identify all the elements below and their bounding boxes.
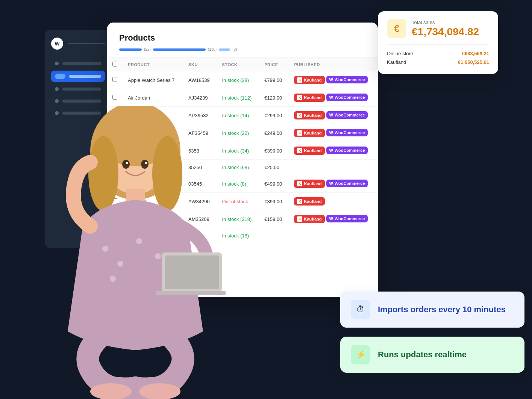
woocommerce-badge: W WooCommerce — [326, 94, 368, 101]
sales-amount: €1,734,094.82 — [412, 26, 479, 38]
clock-icon: ⏱ — [356, 305, 365, 314]
cell-published: K KauflandW WooCommerce — [289, 175, 378, 193]
panel-header: Products (22) (136) (3) — [107, 23, 378, 58]
sales-divider — [387, 44, 489, 45]
col-stock: STOCK — [217, 58, 259, 71]
cell-published: K KauflandW WooCommerce — [289, 210, 378, 228]
panel-title: Products — [119, 33, 366, 43]
svg-point-9 — [155, 253, 161, 259]
channel-name-2: Kaufland — [387, 59, 406, 65]
cell-product: Apple Watch Series 7 — [123, 71, 183, 89]
progress-label-2: (136) — [208, 47, 217, 51]
svg-point-3 — [88, 136, 118, 211]
col-published: PUBLISHED — [289, 58, 378, 71]
svg-point-10 — [110, 276, 116, 282]
person-illustration — [38, 106, 233, 399]
progress-bar-1 — [119, 48, 142, 51]
row-checkbox[interactable] — [112, 95, 117, 100]
sidebar-dot-4 — [55, 99, 59, 103]
sidebar-item-2[interactable] — [51, 71, 105, 82]
sidebar-item-3[interactable] — [51, 84, 105, 94]
woocommerce-badge: W WooCommerce — [326, 111, 368, 119]
sidebar-dot-3 — [55, 87, 59, 91]
select-all-checkbox[interactable] — [112, 62, 117, 66]
progress-bar-3 — [219, 48, 230, 51]
sidebar-item-1[interactable] — [51, 59, 105, 68]
cell-price: €129.00 — [259, 89, 289, 107]
updates-icon-box: ⚡ — [351, 345, 370, 364]
sidebar-label-4 — [62, 100, 101, 103]
kaufland-badge: K Kaufland — [294, 197, 324, 206]
channel-amount-1: €683,569.21 — [462, 51, 489, 56]
cell-published — [289, 228, 378, 243]
sales-channel-row-1: Online store €683,569.21 — [387, 49, 489, 58]
cell-published: K KauflandW WooCommerce — [289, 89, 378, 107]
person-svg — [45, 106, 226, 399]
cell-published: K Kaufland — [289, 193, 378, 210]
wp-logo-icon: W — [51, 38, 63, 50]
table-row: Air JordanAJ34239In stock (112)€129.00K … — [107, 89, 378, 107]
wp-logo: W — [51, 38, 105, 50]
woocommerce-badge: W WooCommerce — [326, 215, 368, 222]
bolt-icon: ⚡ — [356, 350, 366, 360]
sales-card: € Total sales €1,734,094.82 Online store… — [378, 11, 498, 74]
progress-bar-2 — [153, 48, 206, 51]
channel-name-1: Online store — [387, 51, 413, 56]
table-row: Apple Watch Series 7AW18539In stock (28)… — [107, 71, 378, 89]
cell-price: €299.00 — [259, 107, 289, 124]
woocommerce-badge: W WooCommerce — [326, 129, 368, 136]
sidebar-label-1 — [62, 62, 101, 65]
imports-card: ⏱ Imports orders every 10 minutes — [340, 292, 524, 328]
updates-card: ⚡ Runs updates realtime — [340, 337, 524, 373]
sales-label: Total sales — [412, 20, 479, 25]
svg-point-17 — [139, 383, 180, 399]
cell-price: €25.00 — [259, 160, 289, 175]
euro-symbol: € — [394, 23, 399, 35]
col-sku: SKU — [183, 58, 217, 71]
channel-amount-2: €1,050,525.61 — [458, 59, 489, 65]
sidebar-dot-1 — [55, 62, 59, 65]
woocommerce-badge: W WooCommerce — [326, 76, 368, 83]
progress-label-3: (3) — [232, 47, 237, 51]
col-checkbox — [107, 58, 123, 71]
svg-point-18 — [122, 160, 130, 169]
cell-price: €159.00 — [259, 210, 289, 228]
sales-card-header: € Total sales €1,734,094.82 — [387, 19, 489, 38]
cell-sku: AJ34239 — [183, 89, 217, 107]
imports-icon: ⏱ — [351, 300, 370, 319]
svg-rect-15 — [156, 291, 226, 295]
cell-price: €399.00 — [259, 193, 289, 210]
svg-point-7 — [117, 261, 123, 267]
cell-price: €249.00 — [259, 124, 289, 142]
updates-text: Runs updates realtime — [378, 350, 467, 360]
col-product: PRODUCT — [123, 58, 183, 71]
kaufland-badge: K Kaufland — [294, 94, 324, 102]
svg-point-4 — [152, 136, 182, 211]
svg-rect-14 — [165, 255, 219, 289]
progress-bars: (22) (136) (3) — [119, 47, 366, 51]
svg-point-20 — [126, 162, 128, 164]
cell-price: €399.00 — [259, 142, 289, 160]
cell-price — [259, 228, 289, 243]
wp-logo-line — [68, 43, 105, 44]
sidebar-item-4[interactable] — [51, 96, 105, 106]
euro-icon: € — [387, 19, 406, 38]
cell-stock: In stock (112) — [217, 89, 259, 107]
sidebar-label-2 — [69, 75, 101, 78]
svg-point-6 — [102, 246, 108, 252]
stock-status: In stock (28) — [222, 77, 249, 83]
imports-text: Imports orders every 10 minutes — [378, 305, 506, 314]
sales-channel-row-2: Kaufland €1,050,525.61 — [387, 58, 489, 66]
kaufland-badge: K Kaufland — [294, 215, 324, 223]
svg-point-19 — [141, 160, 149, 169]
row-checkbox[interactable] — [112, 77, 117, 82]
sales-info: Total sales €1,734,094.82 — [412, 20, 479, 38]
svg-point-8 — [136, 238, 142, 244]
sidebar-toggle-2 — [55, 74, 65, 79]
col-price: PRICE — [259, 58, 289, 71]
cell-price: €499.00 — [259, 175, 289, 193]
cell-published — [289, 160, 378, 175]
stock-status: In stock (112) — [222, 95, 252, 101]
svg-point-21 — [145, 162, 147, 164]
woocommerce-badge: W WooCommerce — [326, 147, 368, 154]
